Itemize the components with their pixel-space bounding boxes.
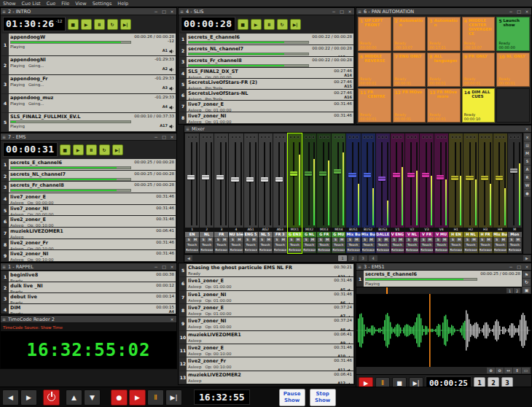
fader[interactable] <box>201 141 212 227</box>
mute-button[interactable]: M <box>486 238 492 242</box>
fader-handle[interactable] <box>334 169 341 174</box>
solo-button[interactable]: S <box>303 238 309 242</box>
fader[interactable] <box>246 141 257 227</box>
pan-tile[interactable]: 2AutomationReady-00:10:07 <box>393 17 426 51</box>
window-menu-icon[interactable]: ≡ <box>2 133 6 140</box>
page-button[interactable]: 3 <box>359 255 367 261</box>
fader-handle[interactable] <box>348 173 356 177</box>
strip-option-buttons[interactable] <box>273 133 287 140</box>
cue-row[interactable]: 3secrets_Fr_channel8Playing00:00:25 / 00… <box>1 182 176 193</box>
mute-button[interactable]: M <box>369 238 375 242</box>
touch-button[interactable]: Touch <box>215 243 227 247</box>
fader-handle[interactable] <box>378 177 386 181</box>
pan-tile[interactable]: 9FR ONLYReady00:00:01 <box>462 53 496 87</box>
cue-row[interactable]: 1secrets_E_channel6Playing00:00:25 / 00:… <box>1 159 176 170</box>
solo-button[interactable]: S <box>377 238 383 242</box>
release-button[interactable]: Release <box>391 248 404 252</box>
maximize-button[interactable]: □ <box>161 263 167 270</box>
fader-handle[interactable] <box>422 173 429 177</box>
mute-button[interactable]: M <box>236 238 242 242</box>
fader[interactable] <box>407 141 418 227</box>
mixer-tool-button[interactable]: W <box>524 182 531 189</box>
stop-button[interactable]: ■ <box>238 19 249 30</box>
release-button[interactable]: Release <box>215 248 227 252</box>
strip-option-buttons[interactable] <box>449 133 463 140</box>
stop-show-button[interactable]: Stop Show <box>310 389 336 406</box>
mixer-tool-button[interactable]: A <box>524 166 531 173</box>
cue-row[interactable]: 1appendoogWPlaying00:00:26 / 00:00:28-12… <box>1 34 176 55</box>
release-button[interactable]: Release <box>347 248 359 252</box>
release-button[interactable]: Release <box>274 248 286 252</box>
go-button[interactable]: ▶ <box>129 389 146 406</box>
cue-row[interactable]: 5live7_zoner_NIAsleepOp: 00:00:0000:31:4… <box>1 205 176 216</box>
close-button[interactable]: × <box>169 316 175 322</box>
release-button[interactable]: Release <box>450 248 462 252</box>
next-button[interactable]: ▶| <box>165 389 182 406</box>
cue-row[interactable]: 2appendoogNlPlayingGoing...-01:29:33A2 <box>1 56 176 74</box>
fader-handle[interactable] <box>451 176 458 180</box>
close-button[interactable]: × <box>169 263 175 270</box>
cue-row[interactable]: 10muziekLIVEZOMER1Asleep00:06:41A9 <box>179 331 353 344</box>
zoom-in-button[interactable]: ⊕ <box>487 368 495 373</box>
window-titlebar[interactable]: ≡6 - PAN AUTOMATION−□× <box>356 8 531 15</box>
touch-button[interactable]: Touch <box>391 243 404 247</box>
minimize-button[interactable]: − <box>153 263 159 270</box>
strip-option-buttons[interactable] <box>405 133 419 140</box>
touch-button[interactable]: Touch <box>289 243 301 247</box>
solo-button[interactable]: S <box>347 238 353 242</box>
close-button[interactable]: × <box>169 8 175 15</box>
strip-option-buttons[interactable] <box>200 133 214 140</box>
solo-button[interactable]: S <box>230 238 235 242</box>
pan-tile[interactable]: 3AutomationReady00:17:21 <box>427 17 461 51</box>
menu-cue[interactable]: Cue <box>47 0 56 7</box>
pan-tile[interactable]: 1UP LEFT FRONTReady00:00:00 <box>358 17 391 51</box>
window-titlebar[interactable]: ≡3 - EMS1−□× <box>356 263 531 271</box>
fader[interactable] <box>363 141 374 227</box>
pan-tile[interactable]: 11FR CENTREReady00:00:01 <box>358 88 391 123</box>
solo-button[interactable]: S <box>186 238 192 242</box>
fader[interactable] <box>495 141 506 227</box>
window-titlebar[interactable]: ≡4 - SLIS−□× <box>179 8 354 15</box>
fader[interactable] <box>187 141 197 227</box>
release-button[interactable]: Release <box>259 248 272 252</box>
zoom-fit-height-button[interactable]: ⇕ <box>513 368 521 373</box>
solo-button[interactable]: S <box>480 238 485 242</box>
mute-button[interactable]: M <box>383 238 389 242</box>
touch-button[interactable]: Touch <box>450 243 462 247</box>
close-button[interactable]: × <box>524 263 530 270</box>
loop-button[interactable]: ↻ <box>277 19 288 30</box>
touch-button[interactable]: Touch <box>347 243 359 247</box>
release-button[interactable]: Release <box>420 248 433 252</box>
strip-option-buttons[interactable] <box>244 133 258 140</box>
stop-button[interactable]: ■ <box>68 19 79 30</box>
pan-tile[interactable]: 5Launch showReady00:00:00 <box>496 17 530 51</box>
play-button[interactable]: ▶ <box>20 389 37 406</box>
cue-row[interactable]: 7muziekLIVEZOMER1Asleep00:06:41A7 <box>1 228 176 239</box>
touch-button[interactable]: Touch <box>274 243 286 247</box>
mute-button[interactable]: M <box>515 238 521 242</box>
maximize-button[interactable]: □ <box>516 8 522 15</box>
waveform-display[interactable] <box>356 294 531 367</box>
next-button[interactable]: ▶| <box>290 19 301 30</box>
play-button[interactable]: ▶ <box>251 19 262 30</box>
menu-show[interactable]: Show <box>3 0 16 7</box>
strip-option-buttons[interactable] <box>361 133 375 140</box>
window-titlebar[interactable]: ≡2 - INTRO−□× <box>1 8 176 15</box>
solo-button[interactable]: S <box>420 238 426 242</box>
touch-button[interactable]: Touch <box>480 243 492 247</box>
fader[interactable] <box>318 141 329 227</box>
touch-button[interactable]: Touch <box>494 243 506 247</box>
cue-row[interactable]: 1beginlive8Ready00:00:38A1 <box>1 271 176 282</box>
solo-button[interactable]: S <box>362 238 368 242</box>
cue-row[interactable]: 3secrets_Fr_channel8Playing00:00:22 / 00… <box>179 57 353 68</box>
mute-button[interactable]: M <box>353 238 359 242</box>
fader[interactable] <box>216 141 227 227</box>
touch-button[interactable]: Touch <box>259 243 272 247</box>
touch-button[interactable]: Touch <box>245 243 257 247</box>
touch-button[interactable]: Touch <box>303 243 316 247</box>
fader-handle[interactable] <box>216 175 224 179</box>
cue-row[interactable]: 8live2_zoner_FrAsleepOp: 00:10:0000:31:4… <box>1 239 176 250</box>
touch-button[interactable]: Touch <box>230 243 242 247</box>
menu-cue-list[interactable]: Cue List <box>22 0 41 7</box>
close-button[interactable]: × <box>169 133 175 140</box>
